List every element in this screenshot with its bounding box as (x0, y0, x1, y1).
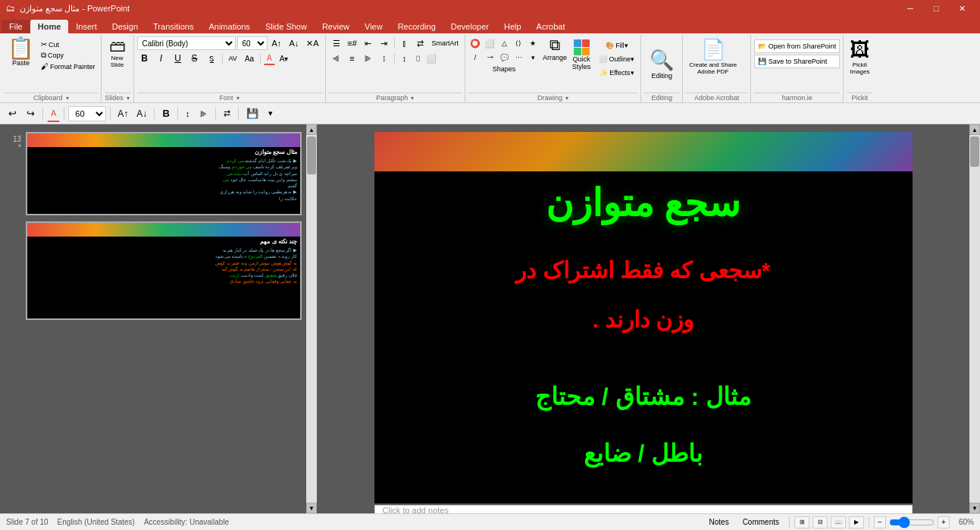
toolbar-increase-font[interactable]: A↑ (114, 105, 131, 122)
new-slide-button[interactable]: 🗃 NewSlide (105, 36, 130, 70)
toolbar-para-spacing[interactable]: ↕ (182, 105, 194, 122)
change-case-button[interactable]: Aa (242, 52, 257, 65)
tab-recording[interactable]: Recording (390, 20, 443, 33)
text-direction-button[interactable]: ⇄ (413, 36, 428, 50)
maximize-button[interactable]: □ (924, 1, 948, 16)
shape-item[interactable]: ⋯ (512, 51, 525, 64)
scroll-right-up[interactable]: ▲ (969, 124, 980, 135)
bold-button[interactable]: B (137, 52, 152, 65)
tab-developer[interactable]: Developer (443, 20, 496, 33)
slide-preview-13[interactable]: مثال سجع متوازن ▶ یک شب تأمّل ایام گذشته… (26, 132, 302, 215)
tab-insert[interactable]: Insert (68, 20, 105, 33)
increase-indent-button[interactable]: ⇥ (377, 36, 392, 50)
shape-item[interactable]: ⟨⟩ (512, 36, 525, 50)
increase-font-button[interactable]: A↑ (269, 36, 285, 50)
toolbar-text-direction[interactable]: ⇄ (220, 105, 234, 122)
font-color-button[interactable]: A (264, 52, 275, 65)
text-box-button[interactable]: ⬜ (424, 52, 439, 65)
reading-view-button[interactable]: 📖 (831, 516, 846, 528)
align-right-button[interactable]: ⫸ (361, 52, 376, 65)
underline-button[interactable]: U (171, 52, 186, 65)
pickit-images-button[interactable]: 🖼 PickitImages (847, 36, 872, 77)
create-pdf-button[interactable]: 📄 Create and ShareAdobe PDF (686, 36, 740, 77)
align-center-button[interactable]: ≡ (345, 52, 360, 65)
shape-outline-button[interactable]: ⬜ Outline▾ (596, 53, 637, 65)
strikethrough-button[interactable]: S (187, 52, 202, 65)
shape-item[interactable]: ⭢ (483, 51, 496, 64)
arrange-button[interactable]: ⧉ Arrange (543, 36, 567, 61)
bullets-button[interactable]: ☰ (329, 36, 344, 50)
clear-formatting-button[interactable]: ✕A (303, 36, 321, 50)
tab-view[interactable]: View (357, 20, 390, 33)
slide-sorter-button[interactable]: ⊟ (812, 516, 828, 528)
italic-button[interactable]: I (154, 52, 169, 65)
char-spacing-button[interactable]: AV (226, 52, 240, 65)
tab-file[interactable]: File (2, 20, 30, 33)
slide-thumbnail-13[interactable]: 13* مثال سجع متوازن ▶ یک شب تأمّل ایام گ… (6, 132, 302, 215)
justify-button[interactable]: ⫶ (377, 52, 392, 65)
scroll-right-down[interactable]: ▼ (969, 503, 980, 513)
scroll-up-arrow[interactable]: ▲ (306, 124, 317, 135)
tab-design[interactable]: Design (105, 20, 146, 33)
toolbar-bold[interactable]: B (158, 105, 173, 122)
highlight-button[interactable]: A▾ (277, 52, 292, 65)
save-sharepoint-button[interactable]: 💾 Save to SharePoint (754, 55, 840, 68)
tab-transitions[interactable]: Transitions (146, 20, 201, 33)
decrease-font-button[interactable]: A↓ (286, 36, 302, 50)
shape-item[interactable]: ⭕ (468, 36, 482, 50)
minimize-button[interactable]: ─ (898, 1, 922, 16)
font-size-select[interactable]: 60 (237, 36, 268, 50)
font-family-select[interactable]: Calibri (Body) (137, 36, 236, 50)
shape-fill-button[interactable]: 🎨 Fill▾ (596, 39, 637, 52)
format-font-color-tb[interactable]: A (47, 105, 60, 122)
convert-smartart-button[interactable]: SmartArt (429, 36, 462, 50)
quick-styles-button[interactable]: QuickStyles (570, 36, 593, 71)
shape-item[interactable]: △ (497, 36, 511, 50)
zoom-in-button[interactable]: + (938, 516, 950, 528)
copy-button[interactable]: ⧉Copy (39, 50, 98, 61)
tab-help[interactable]: Help (496, 20, 529, 33)
format-painter-button[interactable]: 🖌Format Painter (39, 61, 98, 71)
find-button[interactable]: 🔍 Editing (647, 47, 677, 81)
shapes-more[interactable]: ▾ (526, 51, 540, 64)
shape-item[interactable]: 💬 (497, 51, 511, 64)
line-spacing-button[interactable]: ↕ (397, 52, 412, 65)
notes-area[interactable]: Click to add notes (374, 505, 913, 513)
numbering-button[interactable]: ≡# (345, 36, 360, 50)
tab-acrobat[interactable]: Acrobat (529, 20, 573, 33)
paste-button[interactable]: 📋 Paste (5, 36, 37, 68)
align-left-button[interactable]: ⫷ (329, 52, 344, 65)
toolbar-font-size[interactable]: 60 (68, 106, 106, 121)
tab-slideshow[interactable]: Slide Show (258, 20, 315, 33)
scroll-down-arrow[interactable]: ▼ (306, 503, 317, 513)
tab-review[interactable]: Review (315, 20, 357, 33)
toolbar-more[interactable]: ▾ (265, 105, 277, 122)
zoom-out-button[interactable]: − (874, 516, 886, 528)
toolbar-align-right[interactable]: ⫸ (196, 105, 211, 122)
zoom-slider[interactable] (889, 518, 935, 527)
toolbar-save[interactable]: 💾 (243, 105, 262, 122)
shape-item[interactable]: / (468, 51, 482, 64)
text-shadow-btn[interactable]: ⌷ (413, 52, 423, 65)
format-undo[interactable]: ↩ (5, 105, 20, 122)
close-button[interactable]: ✕ (950, 1, 974, 16)
format-redo[interactable]: ↪ (23, 105, 39, 122)
open-sharepoint-button[interactable]: 📂 Open from SharePoint (754, 39, 840, 53)
comments-status-button[interactable]: Comments (737, 516, 784, 529)
toolbar-decrease-font[interactable]: A↓ (133, 105, 150, 122)
tab-animations[interactable]: Animations (201, 20, 257, 33)
shadow-button[interactable]: S̲ (204, 52, 219, 65)
decrease-indent-button[interactable]: ⇤ (361, 36, 376, 50)
notes-status-button[interactable]: Notes (704, 516, 734, 529)
shape-effects-button[interactable]: ✨ Effects▾ (596, 67, 637, 79)
columns-button[interactable]: ⫿ (397, 36, 412, 50)
slideshow-view-button[interactable]: ▶ (849, 516, 864, 528)
tab-home[interactable]: Home (30, 20, 69, 33)
shape-item[interactable]: ★ (526, 36, 540, 50)
cut-button[interactable]: ✂Cut (39, 39, 98, 49)
normal-view-button[interactable]: ⊞ (794, 516, 809, 528)
slide-thumbnail-14[interactable]: چند نکته ی مهم ▶ اگر سجع ها در یک جمله د… (6, 221, 302, 320)
main-slide[interactable]: سجع متوازن *سجعی که فقط اشتراک در وزن دا… (374, 132, 913, 503)
shape-item[interactable]: ⬜ (483, 36, 496, 50)
slide-preview-14[interactable]: چند نکته ی مهم ▶ اگر سجع ها در یک جمله د… (26, 221, 302, 320)
